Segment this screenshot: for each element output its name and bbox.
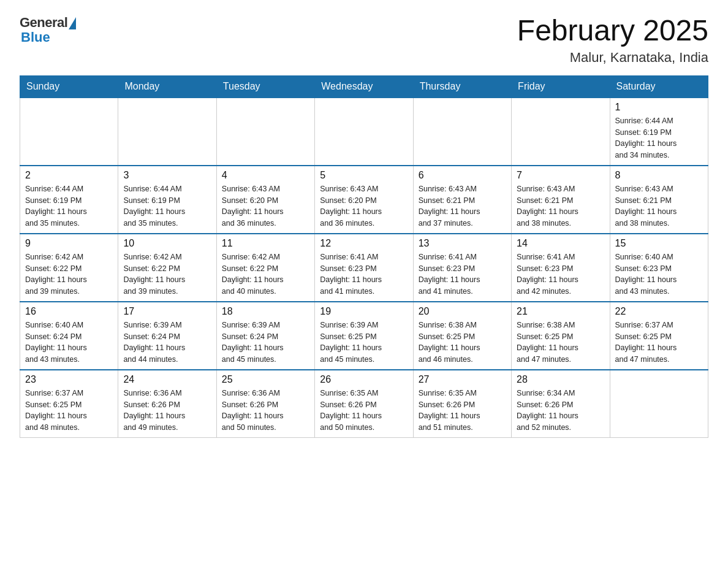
day-number: 24: [123, 374, 211, 385]
day-number: 12: [320, 238, 408, 249]
day-info: Sunrise: 6:38 AM Sunset: 6:25 PM Dayligh…: [419, 320, 506, 366]
day-number: 21: [517, 306, 604, 317]
calendar-cell: 8Sunrise: 6:43 AM Sunset: 6:21 PM Daylig…: [610, 166, 708, 234]
day-number: 23: [25, 374, 113, 385]
calendar-cell: 3Sunrise: 6:44 AM Sunset: 6:19 PM Daylig…: [118, 166, 216, 234]
calendar-cell: [315, 98, 413, 166]
weekday-header-tuesday: Tuesday: [216, 75, 314, 98]
calendar-cell: [413, 98, 511, 166]
calendar-cell: 12Sunrise: 6:41 AM Sunset: 6:23 PM Dayli…: [315, 234, 413, 302]
weekday-header-wednesday: Wednesday: [315, 75, 413, 98]
day-number: 18: [222, 306, 309, 317]
weekday-header-friday: Friday: [512, 75, 610, 98]
calendar-cell: [216, 98, 314, 166]
day-number: 8: [615, 170, 703, 181]
day-info: Sunrise: 6:34 AM Sunset: 6:26 PM Dayligh…: [517, 388, 604, 434]
logo-general-text: General: [20, 15, 67, 31]
day-number: 13: [419, 238, 506, 249]
calendar-cell: [118, 98, 216, 166]
calendar-cell: 22Sunrise: 6:37 AM Sunset: 6:25 PM Dayli…: [610, 302, 708, 370]
day-number: 22: [615, 306, 703, 317]
day-info: Sunrise: 6:38 AM Sunset: 6:25 PM Dayligh…: [517, 320, 604, 366]
title-section: February 2025 Malur, Karnataka, India: [517, 15, 708, 66]
day-number: 17: [123, 306, 211, 317]
logo: General Blue: [20, 15, 76, 45]
day-info: Sunrise: 6:43 AM Sunset: 6:21 PM Dayligh…: [419, 183, 506, 229]
calendar-cell: 9Sunrise: 6:42 AM Sunset: 6:22 PM Daylig…: [20, 234, 118, 302]
day-number: 5: [320, 170, 408, 181]
calendar-cell: 2Sunrise: 6:44 AM Sunset: 6:19 PM Daylig…: [20, 166, 118, 234]
calendar-week-2: 2Sunrise: 6:44 AM Sunset: 6:19 PM Daylig…: [20, 166, 708, 234]
calendar-cell: 6Sunrise: 6:43 AM Sunset: 6:21 PM Daylig…: [413, 166, 511, 234]
day-info: Sunrise: 6:41 AM Sunset: 6:23 PM Dayligh…: [419, 251, 506, 297]
calendar-cell: 25Sunrise: 6:36 AM Sunset: 6:26 PM Dayli…: [216, 370, 314, 438]
calendar-cell: 11Sunrise: 6:42 AM Sunset: 6:22 PM Dayli…: [216, 234, 314, 302]
day-number: 26: [320, 374, 408, 385]
day-number: 15: [615, 238, 703, 249]
day-info: Sunrise: 6:39 AM Sunset: 6:25 PM Dayligh…: [320, 320, 408, 366]
calendar-cell: [512, 98, 610, 166]
weekday-header-row: SundayMondayTuesdayWednesdayThursdayFrid…: [20, 75, 708, 98]
logo-triangle-icon: [69, 17, 76, 29]
calendar-cell: 4Sunrise: 6:43 AM Sunset: 6:20 PM Daylig…: [216, 166, 314, 234]
day-number: 27: [419, 374, 506, 385]
day-info: Sunrise: 6:43 AM Sunset: 6:20 PM Dayligh…: [320, 183, 408, 229]
weekday-header-monday: Monday: [118, 75, 216, 98]
day-number: 6: [419, 170, 506, 181]
day-info: Sunrise: 6:37 AM Sunset: 6:25 PM Dayligh…: [615, 320, 703, 366]
weekday-header-saturday: Saturday: [610, 75, 708, 98]
day-info: Sunrise: 6:35 AM Sunset: 6:26 PM Dayligh…: [419, 388, 506, 434]
day-info: Sunrise: 6:41 AM Sunset: 6:23 PM Dayligh…: [517, 251, 604, 297]
day-number: 1: [615, 102, 703, 113]
day-info: Sunrise: 6:41 AM Sunset: 6:23 PM Dayligh…: [320, 251, 408, 297]
calendar-subtitle: Malur, Karnataka, India: [517, 50, 708, 66]
calendar-cell: 10Sunrise: 6:42 AM Sunset: 6:22 PM Dayli…: [118, 234, 216, 302]
weekday-header-thursday: Thursday: [413, 75, 511, 98]
day-info: Sunrise: 6:35 AM Sunset: 6:26 PM Dayligh…: [320, 388, 408, 434]
day-info: Sunrise: 6:43 AM Sunset: 6:20 PM Dayligh…: [222, 183, 309, 229]
day-info: Sunrise: 6:43 AM Sunset: 6:21 PM Dayligh…: [517, 183, 604, 229]
calendar-cell: 20Sunrise: 6:38 AM Sunset: 6:25 PM Dayli…: [413, 302, 511, 370]
day-info: Sunrise: 6:44 AM Sunset: 6:19 PM Dayligh…: [615, 115, 703, 161]
calendar-cell: 16Sunrise: 6:40 AM Sunset: 6:24 PM Dayli…: [20, 302, 118, 370]
calendar-cell: [20, 98, 118, 166]
day-info: Sunrise: 6:44 AM Sunset: 6:19 PM Dayligh…: [25, 183, 113, 229]
day-number: 11: [222, 238, 309, 249]
day-number: 4: [222, 170, 309, 181]
calendar-week-5: 23Sunrise: 6:37 AM Sunset: 6:25 PM Dayli…: [20, 370, 708, 438]
calendar-cell: 21Sunrise: 6:38 AM Sunset: 6:25 PM Dayli…: [512, 302, 610, 370]
logo-blue-text: Blue: [20, 29, 50, 45]
day-number: 3: [123, 170, 211, 181]
day-number: 9: [25, 238, 113, 249]
calendar-cell: 7Sunrise: 6:43 AM Sunset: 6:21 PM Daylig…: [512, 166, 610, 234]
calendar-cell: 18Sunrise: 6:39 AM Sunset: 6:24 PM Dayli…: [216, 302, 314, 370]
day-number: 28: [517, 374, 604, 385]
calendar-cell: 15Sunrise: 6:40 AM Sunset: 6:23 PM Dayli…: [610, 234, 708, 302]
calendar-cell: 1Sunrise: 6:44 AM Sunset: 6:19 PM Daylig…: [610, 98, 708, 166]
calendar-week-4: 16Sunrise: 6:40 AM Sunset: 6:24 PM Dayli…: [20, 302, 708, 370]
day-number: 14: [517, 238, 604, 249]
calendar-cell: 19Sunrise: 6:39 AM Sunset: 6:25 PM Dayli…: [315, 302, 413, 370]
calendar-cell: 13Sunrise: 6:41 AM Sunset: 6:23 PM Dayli…: [413, 234, 511, 302]
day-info: Sunrise: 6:42 AM Sunset: 6:22 PM Dayligh…: [123, 251, 211, 297]
calendar-cell: 23Sunrise: 6:37 AM Sunset: 6:25 PM Dayli…: [20, 370, 118, 438]
day-info: Sunrise: 6:39 AM Sunset: 6:24 PM Dayligh…: [123, 320, 211, 366]
day-info: Sunrise: 6:37 AM Sunset: 6:25 PM Dayligh…: [25, 388, 113, 434]
weekday-header-sunday: Sunday: [20, 75, 118, 98]
calendar-cell: 5Sunrise: 6:43 AM Sunset: 6:20 PM Daylig…: [315, 166, 413, 234]
day-number: 19: [320, 306, 408, 317]
calendar-cell: 28Sunrise: 6:34 AM Sunset: 6:26 PM Dayli…: [512, 370, 610, 438]
day-number: 10: [123, 238, 211, 249]
day-info: Sunrise: 6:36 AM Sunset: 6:26 PM Dayligh…: [123, 388, 211, 434]
calendar-cell: 17Sunrise: 6:39 AM Sunset: 6:24 PM Dayli…: [118, 302, 216, 370]
day-info: Sunrise: 6:43 AM Sunset: 6:21 PM Dayligh…: [615, 183, 703, 229]
page-header: General Blue February 2025 Malur, Karnat…: [20, 15, 708, 66]
day-number: 2: [25, 170, 113, 181]
day-info: Sunrise: 6:44 AM Sunset: 6:19 PM Dayligh…: [123, 183, 211, 229]
day-info: Sunrise: 6:42 AM Sunset: 6:22 PM Dayligh…: [25, 251, 113, 297]
calendar-week-3: 9Sunrise: 6:42 AM Sunset: 6:22 PM Daylig…: [20, 234, 708, 302]
day-info: Sunrise: 6:42 AM Sunset: 6:22 PM Dayligh…: [222, 251, 309, 297]
calendar-cell: 26Sunrise: 6:35 AM Sunset: 6:26 PM Dayli…: [315, 370, 413, 438]
calendar-week-1: 1Sunrise: 6:44 AM Sunset: 6:19 PM Daylig…: [20, 98, 708, 166]
calendar-table: SundayMondayTuesdayWednesdayThursdayFrid…: [20, 75, 708, 438]
